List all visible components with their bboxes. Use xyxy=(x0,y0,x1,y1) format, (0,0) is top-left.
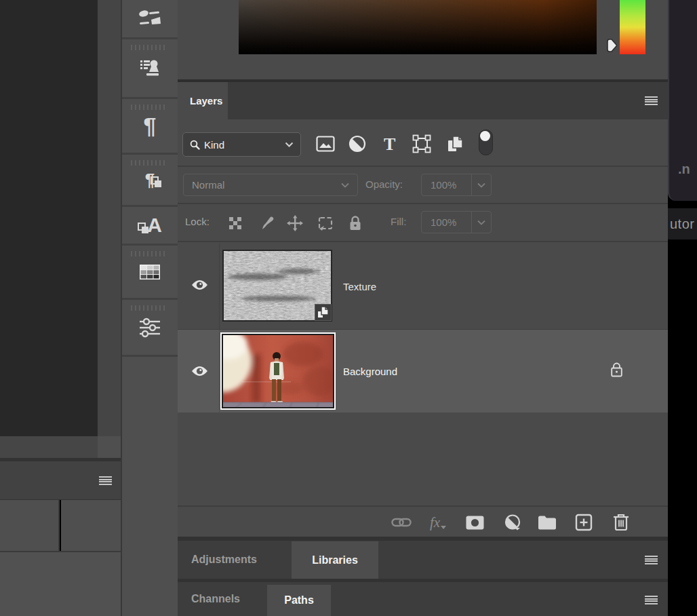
bottom-left-panel-header xyxy=(0,461,121,499)
lock-label: Lock: xyxy=(185,216,210,227)
bottom-left-strip-end xyxy=(98,436,121,458)
chevron-down-icon xyxy=(285,142,294,147)
visibility-eye-icon[interactable] xyxy=(191,365,208,380)
brush-settings-icon xyxy=(122,0,178,37)
svg-text:T: T xyxy=(384,135,395,153)
dock-item-clone-source[interactable] xyxy=(122,39,178,99)
shape-layer-filter-icon[interactable] xyxy=(410,132,433,156)
bottom-left-swatch-a[interactable] xyxy=(0,500,60,551)
layer-filtering-toggle[interactable] xyxy=(474,130,497,155)
dock-gripper xyxy=(131,104,167,110)
paragraph-icon: ¶ xyxy=(144,113,157,139)
dock-gripper xyxy=(131,305,167,311)
floating-dark-panel: .n xyxy=(668,0,697,201)
filter-kind-dropdown[interactable]: Kind xyxy=(182,132,301,157)
layer-name[interactable]: Texture xyxy=(343,244,376,329)
divider xyxy=(219,330,220,412)
adjustments-libraries-tab-bar: Adjustments Libraries xyxy=(178,541,668,579)
search-icon xyxy=(190,140,200,150)
tab-libraries[interactable]: Libraries xyxy=(292,541,378,579)
channels-paths-tab-bar: Channels Paths xyxy=(178,582,668,616)
document-canvas[interactable] xyxy=(0,0,98,436)
layer-thumbnail-texture[interactable] xyxy=(222,250,332,322)
layers-action-bar: fx xyxy=(178,505,668,537)
opacity-label: Opacity: xyxy=(365,178,403,190)
filter-kind-label: Kind xyxy=(204,139,285,151)
color-saturation-field[interactable] xyxy=(239,0,597,54)
panel-menu-icon[interactable] xyxy=(99,476,112,485)
lock-image-pixels-icon[interactable] xyxy=(258,211,279,235)
tab-paths[interactable]: Paths xyxy=(267,585,331,616)
fill-label: Fill: xyxy=(391,216,406,227)
visibility-eye-icon[interactable] xyxy=(191,279,208,294)
layer-lock-icon[interactable] xyxy=(610,362,623,381)
dock-item-character-styles[interactable]: A xyxy=(122,207,178,246)
right-overlay-column: .n utor xyxy=(668,0,697,616)
dock-item-properties[interactable] xyxy=(122,300,178,357)
panel-icon-dock: ¶ ¶ A xyxy=(121,0,178,616)
bottom-left-swatch-b[interactable] xyxy=(61,500,121,551)
type-layer-filter-icon[interactable]: T xyxy=(378,132,401,156)
lock-transparent-pixels-icon[interactable] xyxy=(224,211,246,235)
panel-menu-icon[interactable] xyxy=(645,556,658,564)
lock-row: Lock: xyxy=(178,204,668,242)
layers-panel-menu-icon[interactable] xyxy=(645,96,658,105)
layer-thumbnail-background[interactable] xyxy=(220,332,336,410)
overlay-strip: utor xyxy=(668,208,697,239)
layer-filter-row: Kind T xyxy=(178,119,668,167)
dock-gripper xyxy=(131,160,167,166)
dock-item-swatches-table[interactable] xyxy=(122,246,178,300)
dock-item-paragraph-styles[interactable]: ¶ xyxy=(122,155,178,207)
layers-tab-bar: Layers xyxy=(178,82,668,119)
dock-item-paragraph[interactable]: ¶ xyxy=(122,99,178,155)
vertical-scrollbar-track[interactable] xyxy=(98,0,121,436)
blend-mode-dropdown[interactable]: Normal xyxy=(183,174,358,196)
overlay-text-fragment: .n xyxy=(678,161,690,177)
lock-artboard-nesting-icon[interactable] xyxy=(315,211,336,235)
lock-all-icon[interactable] xyxy=(344,211,366,235)
fill-field[interactable]: 100% xyxy=(421,211,492,233)
color-panel-bottom xyxy=(178,0,668,79)
bottom-left-strip xyxy=(0,436,98,458)
blend-opacity-row: Normal Opacity: 100% xyxy=(178,167,668,204)
tab-layers[interactable]: Layers xyxy=(178,82,228,119)
link-layers-icon[interactable] xyxy=(389,511,414,534)
opacity-value: 100% xyxy=(422,179,471,191)
dock-item-brush-settings[interactable] xyxy=(122,0,178,39)
bottom-left-panel-body xyxy=(0,551,121,616)
tab-adjustments[interactable]: Adjustments xyxy=(191,541,257,579)
character-styles-icon: A xyxy=(122,207,178,244)
smart-object-badge-icon xyxy=(315,304,332,321)
adjustment-layer-filter-icon[interactable] xyxy=(346,132,369,156)
overlay-text-fragment: utor xyxy=(668,216,694,232)
panel-menu-icon[interactable] xyxy=(645,596,658,604)
pixel-layer-filter-icon[interactable] xyxy=(314,132,337,156)
add-layer-mask-icon[interactable] xyxy=(462,511,487,534)
layer-effects-fx-icon[interactable]: fx xyxy=(426,511,450,534)
smart-object-filter-icon[interactable] xyxy=(443,132,466,156)
new-adjustment-layer-icon[interactable] xyxy=(500,511,525,534)
tab-channels[interactable]: Channels xyxy=(191,582,240,616)
layer-row-texture[interactable]: Texture xyxy=(178,244,668,330)
photoshop-workspace: ¶ ¶ A xyxy=(0,0,697,616)
layer-name[interactable]: Background xyxy=(343,330,397,412)
layers-panel: Layers Kind xyxy=(178,0,668,616)
blend-mode-value: Normal xyxy=(192,179,341,191)
layers-list: Texture xyxy=(178,242,668,505)
chevron-down-icon xyxy=(341,182,349,188)
hue-slider-pointer-icon[interactable] xyxy=(605,37,618,56)
dock-gripper xyxy=(131,45,167,50)
new-group-folder-icon[interactable] xyxy=(535,511,559,534)
layer-row-background-selected[interactable]: Background xyxy=(178,330,668,412)
dock-gripper xyxy=(131,251,167,256)
delete-layer-trash-icon[interactable] xyxy=(609,511,633,534)
new-layer-icon[interactable] xyxy=(572,511,596,534)
divider xyxy=(219,244,220,329)
fill-value: 100% xyxy=(422,216,471,228)
opacity-field[interactable]: 100% xyxy=(421,174,492,196)
hue-slider-bar[interactable] xyxy=(620,0,645,54)
lock-position-icon[interactable] xyxy=(284,211,306,235)
